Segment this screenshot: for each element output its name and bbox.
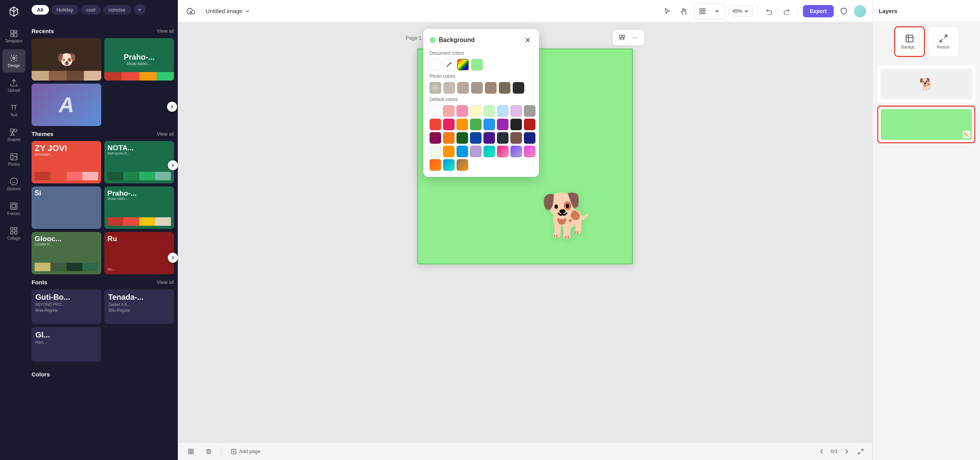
filter-all[interactable]: All (32, 5, 49, 15)
pointer-tool-btn[interactable] (661, 4, 674, 18)
def-color-26[interactable] (443, 146, 455, 157)
sidebar-item-shapes[interactable]: Shapes (2, 123, 25, 146)
photo-color-4[interactable] (485, 82, 497, 94)
sidebar-item-collage[interactable]: Collage (2, 222, 25, 245)
def-color-18[interactable] (443, 132, 455, 144)
def-color-8[interactable] (524, 105, 535, 117)
recent-item-dog[interactable]: 🐶 (32, 38, 101, 81)
sidebar-item-upload[interactable]: Upload (2, 74, 25, 97)
layer-item-bg[interactable]: ✏️ (877, 106, 975, 143)
doc-color-rainbow[interactable] (457, 59, 469, 71)
themes-bottom-arrow[interactable] (168, 253, 178, 263)
user-avatar[interactable] (854, 5, 866, 17)
def-color-19[interactable] (457, 132, 468, 144)
def-color-20[interactable] (470, 132, 482, 144)
def-color-2[interactable] (443, 105, 455, 117)
export-btn[interactable]: Export (803, 5, 834, 17)
view-mode-btn[interactable] (696, 4, 709, 18)
def-color-grad-2[interactable] (497, 146, 508, 157)
shield-btn[interactable] (837, 4, 851, 18)
font-item-gl[interactable]: Gl... Ham... (32, 327, 101, 362)
def-color-1[interactable] (430, 105, 441, 117)
document-title-btn[interactable]: Untitled image (202, 5, 253, 17)
delete-page-btn[interactable] (202, 446, 216, 457)
themes-top-arrow[interactable] (168, 160, 178, 170)
def-color-12[interactable] (470, 119, 482, 130)
def-color-16[interactable] (524, 119, 535, 130)
photo-color-6[interactable] (513, 82, 524, 94)
def-color-27[interactable] (457, 146, 468, 157)
add-page-btn[interactable]: Add page (227, 446, 264, 457)
background-panel-btn[interactable]: Backgr... (894, 26, 925, 57)
recent-item-purple[interactable]: A (32, 84, 101, 126)
recents-next-arrow[interactable] (167, 102, 177, 112)
hand-tool-btn[interactable] (677, 4, 691, 18)
sidebar-item-text[interactable]: Text (2, 99, 25, 122)
theme-item-praho2[interactable]: Praho-... Mulat Addis-... (104, 186, 174, 229)
resize-panel-btn[interactable]: Resize (928, 26, 959, 57)
def-color-3[interactable] (457, 105, 468, 117)
fonts-view-all[interactable]: View all (157, 279, 174, 285)
photo-color-0[interactable] (430, 82, 441, 94)
photo-color-3[interactable] (471, 82, 483, 94)
theme-item-glooc[interactable]: Glooc... Lucette-R... (32, 232, 101, 274)
sidebar-item-design[interactable]: Design (2, 49, 25, 72)
theme-item-zyjovi[interactable]: ZY JOVI WixMadef... (32, 141, 101, 183)
def-color-grad-6[interactable] (443, 159, 455, 171)
next-page-btn[interactable] (841, 446, 851, 457)
recents-view-all[interactable]: View all (157, 28, 174, 34)
def-color-grad-7[interactable] (457, 159, 468, 171)
theme-item-nota[interactable]: NOTA... Metropolis-B... (104, 141, 174, 183)
def-color-15[interactable] (510, 119, 522, 130)
app-logo[interactable] (6, 4, 22, 19)
sidebar-scroll-content[interactable]: Recents View all 🐶 Praho-... Mulat Addis… (28, 19, 178, 460)
sidebar-item-templates[interactable]: Templates (2, 25, 25, 48)
font-item-tenada[interactable]: Tenada-... Zaebel X-E... Stilu-Regular (104, 289, 174, 324)
def-color-25[interactable] (430, 146, 441, 157)
filter-cool[interactable]: cool (81, 5, 101, 15)
def-color-6[interactable] (497, 105, 508, 117)
recent-item-green[interactable]: Praho-... Mulat Addis-... (104, 38, 174, 81)
photo-color-5[interactable] (499, 82, 510, 94)
def-color-5[interactable] (483, 105, 495, 117)
def-color-9[interactable] (430, 119, 441, 130)
photo-color-2[interactable] (457, 82, 469, 94)
page-more-btn[interactable] (630, 32, 641, 43)
add-to-page-btn[interactable] (617, 32, 627, 43)
filter-more-chevron[interactable] (134, 4, 145, 15)
def-color-grad-4[interactable] (524, 146, 535, 157)
def-color-13[interactable] (483, 119, 495, 130)
def-color-4[interactable] (470, 105, 482, 117)
view-mode-chevron[interactable] (710, 4, 724, 18)
add-to-favorites-btn[interactable] (184, 446, 198, 457)
undo-btn[interactable] (763, 4, 776, 18)
sidebar-item-stickers[interactable]: Stickers (2, 173, 25, 196)
def-color-17[interactable] (430, 132, 441, 144)
sidebar-item-photos[interactable]: Photos (2, 148, 25, 171)
font-item-guti[interactable]: Guti-Bo... BEYOND PRO... Anta-Regular (32, 289, 101, 324)
layer-item-dog[interactable]: 🐕 (877, 65, 975, 102)
def-color-grad-5[interactable] (430, 159, 441, 171)
zoom-control[interactable]: 45% (728, 5, 753, 17)
doc-color-lightgreen[interactable] (471, 59, 483, 71)
theme-item-ru[interactable]: Ru Mo... (104, 232, 174, 274)
theme-item-si[interactable]: Si (32, 186, 101, 229)
def-color-23[interactable] (510, 132, 522, 144)
filter-concise[interactable]: concise (103, 5, 131, 15)
def-color-28[interactable] (470, 146, 482, 157)
doc-color-white[interactable] (430, 59, 441, 71)
filter-holiday[interactable]: Holiday (51, 5, 79, 15)
sidebar-item-frames[interactable]: Frames (2, 197, 25, 220)
redo-btn[interactable] (779, 4, 793, 18)
def-color-grad-3[interactable] (510, 146, 522, 157)
def-color-10[interactable] (443, 119, 455, 130)
def-color-grad-1[interactable] (483, 146, 495, 157)
def-color-24[interactable] (524, 132, 535, 144)
themes-view-all[interactable]: View all (157, 131, 174, 137)
def-color-7[interactable] (510, 105, 522, 117)
cloud-save-btn[interactable] (184, 4, 198, 18)
def-color-21[interactable] (483, 132, 495, 144)
def-color-11[interactable] (457, 119, 468, 130)
def-color-22[interactable] (497, 132, 508, 144)
photo-color-1[interactable] (443, 82, 455, 94)
